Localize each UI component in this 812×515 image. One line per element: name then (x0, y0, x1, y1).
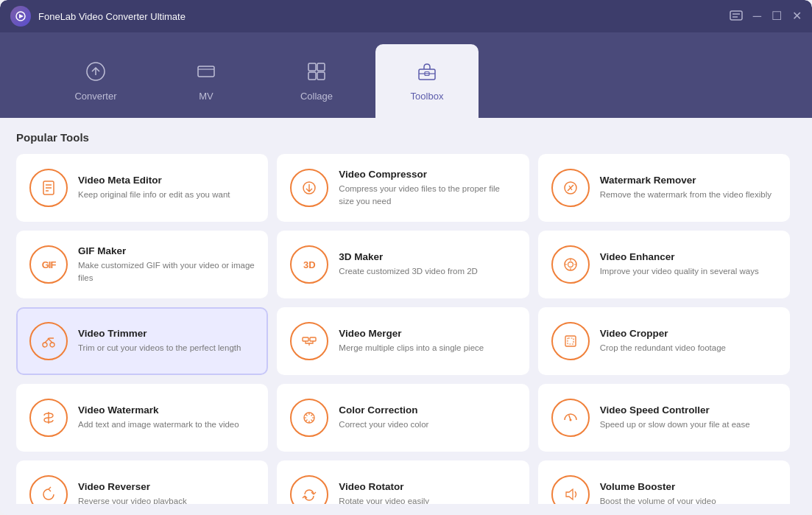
tool-card-wm-remove[interactable]: Watermark Remover Remove the watermark f… (538, 154, 790, 222)
rotator-info: Video Rotator Rotate your video easily (339, 481, 429, 504)
main-content: Popular Tools Video Meta Editor Keep ori… (0, 118, 812, 515)
cropper-name: Video Cropper (600, 328, 726, 339)
svg-rect-21 (303, 337, 308, 341)
tool-card-merger[interactable]: Video Merger Merge multiple clips into a… (277, 307, 529, 375)
tool-card-reverser[interactable]: Video Reverser Reverse your video playba… (16, 460, 268, 504)
volume-desc: Boost the volume of your video (600, 495, 716, 504)
volume-icon (551, 475, 590, 504)
metadata-info: Video Meta Editor Keep original file inf… (78, 175, 230, 200)
rotator-icon (290, 475, 328, 504)
reverser-name: Video Reverser (78, 481, 187, 492)
rotator-name: Video Rotator (339, 481, 429, 492)
speed-name: Video Speed Controller (600, 404, 750, 416)
converter-icon (85, 61, 106, 85)
volume-name: Volume Booster (600, 481, 716, 492)
speed-info: Video Speed Controller Speed up or slow … (600, 404, 750, 430)
trimmer-info: Video Trimmer Trim or cut your videos to… (78, 328, 241, 354)
tool-card-watermark[interactable]: Video Watermark Add text and image water… (16, 384, 268, 452)
tool-card-speed[interactable]: Video Speed Controller Speed up or slow … (538, 384, 790, 452)
tab-converter[interactable]: Converter (44, 44, 147, 118)
toolbox-icon (417, 61, 437, 85)
svg-point-20 (50, 343, 54, 347)
app-logo (10, 6, 31, 27)
section-title: Popular Tools (16, 131, 796, 144)
enhancer-info: Video Enhancer Improve your video qualit… (600, 251, 759, 277)
subtitles-icon[interactable] (730, 10, 743, 23)
svg-rect-11 (317, 72, 325, 80)
merger-desc: Merge multiple clips into a single piece (339, 342, 484, 354)
svg-marker-1 (19, 14, 24, 18)
color-desc: Correct your video color (339, 418, 428, 430)
tool-card-3d[interactable]: 3D 3D Maker Create customized 3D video f… (277, 231, 529, 298)
tool-card-trimmer[interactable]: Video Trimmer Trim or cut your videos to… (16, 307, 268, 375)
tab-mv-label: MV (199, 91, 213, 102)
svg-rect-22 (310, 337, 316, 341)
color-name: Color Correction (339, 404, 428, 416)
enhancer-icon (551, 245, 590, 284)
wm-remove-info: Watermark Remover Remove the watermark f… (600, 175, 772, 200)
svg-rect-12 (419, 69, 435, 80)
tab-collage-label: Collage (300, 91, 333, 102)
tool-card-gif[interactable]: GIF GIF Maker Make customized GIF with y… (16, 231, 268, 298)
svg-point-27 (569, 419, 571, 421)
title-bar: FoneLab Video Converter Ultimate ─ ☐ ✕ (0, 0, 812, 32)
wm-remove-name: Watermark Remover (600, 175, 772, 186)
tools-row-2: Video Trimmer Trim or cut your videos to… (16, 307, 790, 375)
merger-name: Video Merger (339, 328, 484, 339)
watermark-info: Video Watermark Add text and image water… (78, 404, 239, 430)
svg-rect-6 (198, 66, 214, 77)
tools-row-4: Video Reverser Reverse your video playba… (16, 460, 790, 504)
close-icon[interactable]: ✕ (792, 10, 802, 22)
tool-card-rotator[interactable]: Video Rotator Rotate your video easily (277, 460, 529, 504)
trimmer-desc: Trim or cut your videos to the perfect l… (78, 342, 241, 354)
3d-name: 3D Maker (339, 251, 478, 262)
tool-card-cropper[interactable]: Video Cropper Crop the redundant video f… (538, 307, 790, 375)
tab-collage[interactable]: Collage (265, 44, 368, 118)
color-info: Color Correction Correct your video colo… (339, 404, 428, 430)
watermark-icon (29, 399, 68, 437)
gif-icon: GIF (29, 245, 68, 284)
svg-rect-2 (730, 11, 742, 20)
tool-card-color[interactable]: Color Correction Correct your video colo… (277, 384, 529, 452)
tool-card-enhancer[interactable]: Video Enhancer Improve your video qualit… (538, 231, 790, 298)
tab-mv[interactable]: MV (155, 44, 258, 118)
compress-name: Video Compressor (339, 169, 515, 180)
trimmer-name: Video Trimmer (78, 328, 241, 339)
tab-toolbox-label: Toolbox (411, 91, 444, 102)
watermark-desc: Add text and image watermark to the vide… (78, 418, 239, 430)
metadata-desc: Keep original file info or edit as you w… (78, 189, 230, 200)
enhancer-desc: Improve your video quality in several wa… (600, 265, 759, 277)
enhancer-name: Video Enhancer (600, 251, 759, 262)
wm-remove-icon (551, 169, 590, 207)
tool-card-metadata[interactable]: Video Meta Editor Keep original file inf… (16, 154, 268, 222)
minimize-icon[interactable]: ─ (753, 10, 761, 22)
3d-info: 3D Maker Create customized 3D video from… (339, 251, 478, 277)
app-title: FoneLab Video Converter Ultimate (38, 11, 730, 22)
reverser-icon (29, 475, 68, 504)
speed-desc: Speed up or slow down your file at ease (600, 418, 750, 430)
gif-name: GIF Maker (78, 245, 255, 256)
metadata-name: Video Meta Editor (78, 175, 230, 186)
tools-row-0: Video Meta Editor Keep original file inf… (16, 154, 790, 222)
tab-toolbox[interactable]: Toolbox (375, 44, 479, 118)
collage-icon (306, 61, 327, 85)
restore-icon[interactable]: ☐ (772, 10, 782, 22)
svg-rect-9 (317, 63, 325, 71)
3d-icon: 3D (290, 245, 328, 284)
tool-card-volume[interactable]: Volume Booster Boost the volume of your … (538, 460, 790, 504)
watermark-name: Video Watermark (78, 404, 239, 416)
nav-tabs: Converter MV Collage (0, 32, 812, 118)
rotator-desc: Rotate your video easily (339, 495, 429, 504)
tools-row-1: GIF GIF Maker Make customized GIF with y… (16, 231, 790, 298)
gif-desc: Make customized GIF with your video or i… (78, 259, 255, 283)
cropper-info: Video Cropper Crop the redundant video f… (600, 328, 726, 354)
trimmer-icon (29, 322, 68, 360)
tool-card-compress[interactable]: Video Compressor Compress your video fil… (277, 154, 529, 222)
color-icon (290, 399, 328, 437)
svg-rect-8 (308, 63, 316, 71)
svg-rect-24 (565, 336, 576, 346)
speed-icon (551, 399, 590, 437)
tools-grid: Video Meta Editor Keep original file inf… (16, 154, 796, 504)
3d-desc: Create customized 3D video from 2D (339, 265, 478, 277)
reverser-desc: Reverse your video playback (78, 495, 187, 504)
